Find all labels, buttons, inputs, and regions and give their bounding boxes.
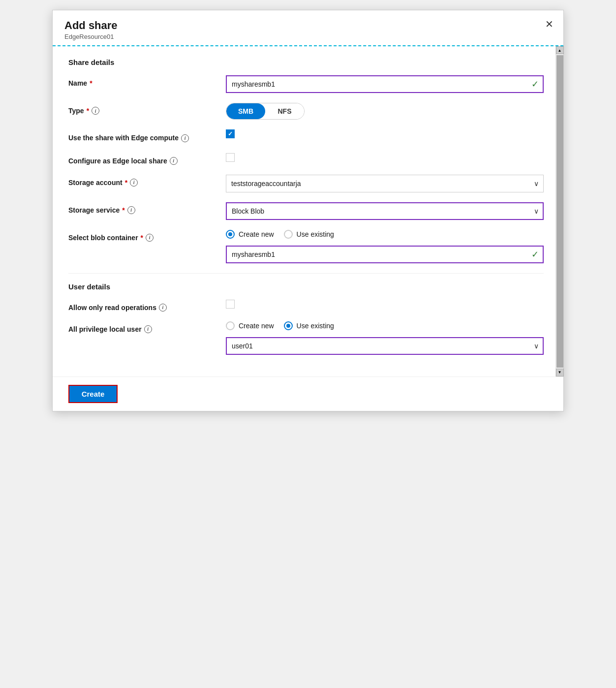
blob-container-valid-check: ✓ bbox=[531, 249, 539, 260]
dialog-header: Add share EdgeResource01 ✕ bbox=[53, 10, 563, 46]
privilege-user-use-existing-label: Use existing bbox=[297, 322, 334, 330]
edge-local-checkbox-wrapper bbox=[226, 153, 544, 162]
privilege-user-use-existing-option[interactable]: Use existing bbox=[284, 321, 334, 330]
blob-container-use-existing-label: Use existing bbox=[297, 230, 334, 238]
dialog-title: Add share bbox=[64, 19, 552, 32]
edge-local-row: Configure as Edge local share i bbox=[68, 153, 544, 165]
edge-compute-row: Use the share with Edge compute i bbox=[68, 129, 544, 143]
blob-container-control: Create new Use existing ✓ bbox=[226, 230, 544, 263]
privilege-user-use-existing-radio[interactable] bbox=[284, 321, 293, 330]
name-required-star: * bbox=[90, 79, 92, 87]
privilege-user-label: All privilege local user i bbox=[68, 321, 226, 333]
blob-container-label: Select blob container * i bbox=[68, 230, 226, 242]
storage-account-row: Storage account * i teststorageaccountar… bbox=[68, 175, 544, 192]
blob-container-input-wrapper: ✓ bbox=[226, 246, 544, 263]
storage-service-select-wrapper: Block Blob ∨ bbox=[226, 202, 544, 220]
content-wrapper: Share details Name * ✓ Type * bbox=[53, 46, 563, 376]
type-info-icon[interactable]: i bbox=[92, 107, 99, 115]
privilege-user-radio-group: Create new Use existing bbox=[226, 321, 544, 330]
read-only-label: Allow only read operations i bbox=[68, 300, 226, 312]
blob-container-radio-group: Create new Use existing bbox=[226, 230, 544, 239]
blob-container-create-new-option[interactable]: Create new bbox=[226, 230, 274, 239]
edge-compute-label: Use the share with Edge compute i bbox=[68, 129, 226, 143]
storage-account-control: teststorageaccountarja ∨ bbox=[226, 175, 544, 192]
edge-local-control bbox=[226, 153, 544, 162]
user-details-section-title: User details bbox=[68, 282, 544, 291]
read-only-control bbox=[226, 300, 544, 309]
scrollbar-thumb[interactable] bbox=[556, 55, 563, 368]
name-control: ✓ bbox=[226, 75, 544, 93]
type-smb-button[interactable]: SMB bbox=[226, 103, 265, 119]
scrollbar: ▲ ▼ bbox=[555, 46, 563, 376]
read-only-info-icon[interactable]: i bbox=[159, 304, 167, 312]
storage-account-select-wrapper: teststorageaccountarja ∨ bbox=[226, 175, 544, 192]
storage-account-required-star: * bbox=[125, 179, 127, 187]
read-only-checkbox-wrapper bbox=[226, 300, 544, 309]
blob-container-use-existing-radio[interactable] bbox=[284, 230, 293, 239]
storage-service-select[interactable]: Block Blob bbox=[226, 202, 544, 220]
name-row: Name * ✓ bbox=[68, 75, 544, 93]
storage-service-info-icon[interactable]: i bbox=[127, 206, 135, 214]
dialog-footer: Create bbox=[53, 376, 563, 411]
edge-compute-info-icon[interactable]: i bbox=[181, 134, 189, 142]
privilege-user-select[interactable]: user01 bbox=[226, 337, 544, 355]
create-button[interactable]: Create bbox=[68, 385, 118, 403]
storage-account-select[interactable]: teststorageaccountarja bbox=[226, 175, 544, 192]
type-label: Type * i bbox=[68, 103, 226, 115]
blob-container-info-icon[interactable]: i bbox=[146, 234, 154, 242]
blob-container-create-new-label: Create new bbox=[239, 230, 274, 238]
edge-local-checkbox[interactable] bbox=[226, 153, 235, 162]
scrollbar-up-button[interactable]: ▲ bbox=[556, 46, 564, 54]
type-nfs-button[interactable]: NFS bbox=[265, 103, 304, 119]
storage-service-required-star: * bbox=[122, 206, 124, 214]
privilege-user-create-new-radio[interactable] bbox=[226, 321, 235, 330]
close-button[interactable]: ✕ bbox=[545, 19, 554, 29]
storage-service-row: Storage service * i Block Blob ∨ bbox=[68, 202, 544, 220]
edge-compute-checkbox-wrapper bbox=[226, 129, 544, 138]
name-valid-check: ✓ bbox=[531, 79, 539, 90]
edge-compute-control bbox=[226, 129, 544, 138]
blob-container-input[interactable] bbox=[226, 246, 544, 263]
privilege-user-info-icon[interactable]: i bbox=[144, 325, 152, 333]
dialog-subtitle: EdgeResource01 bbox=[64, 33, 552, 40]
type-toggle-group: SMB NFS bbox=[226, 103, 305, 120]
privilege-user-row: All privilege local user i Create new Us… bbox=[68, 321, 544, 355]
blob-container-required-star: * bbox=[141, 234, 143, 242]
read-only-row: Allow only read operations i bbox=[68, 300, 544, 312]
type-required-star: * bbox=[87, 107, 89, 115]
privilege-user-create-new-label: Create new bbox=[239, 322, 274, 330]
read-only-checkbox[interactable] bbox=[226, 300, 235, 309]
add-share-dialog: Add share EdgeResource01 ✕ Share details… bbox=[52, 10, 564, 411]
privilege-user-control: Create new Use existing user01 ∨ bbox=[226, 321, 544, 355]
blob-container-use-existing-option[interactable]: Use existing bbox=[284, 230, 334, 239]
storage-account-label: Storage account * i bbox=[68, 175, 226, 187]
privilege-user-select-wrapper: user01 ∨ bbox=[226, 337, 544, 355]
storage-service-label: Storage service * i bbox=[68, 202, 226, 214]
section-divider bbox=[68, 273, 544, 274]
type-control: SMB NFS bbox=[226, 103, 544, 120]
name-input[interactable] bbox=[226, 75, 544, 93]
type-row: Type * i SMB NFS bbox=[68, 103, 544, 120]
edge-local-info-icon[interactable]: i bbox=[170, 157, 178, 165]
blob-container-create-new-radio[interactable] bbox=[226, 230, 235, 239]
blob-container-row: Select blob container * i Create new Use… bbox=[68, 230, 544, 263]
share-details-section-title: Share details bbox=[68, 58, 544, 66]
storage-service-control: Block Blob ∨ bbox=[226, 202, 544, 220]
edge-compute-checkbox[interactable] bbox=[226, 129, 235, 138]
dialog-body: Share details Name * ✓ Type * bbox=[53, 46, 563, 376]
name-label: Name * bbox=[68, 75, 226, 87]
edge-local-label: Configure as Edge local share i bbox=[68, 153, 226, 165]
scrollbar-down-button[interactable]: ▼ bbox=[556, 369, 564, 376]
storage-account-info-icon[interactable]: i bbox=[130, 179, 138, 187]
name-input-wrapper: ✓ bbox=[226, 75, 544, 93]
privilege-user-create-new-option[interactable]: Create new bbox=[226, 321, 274, 330]
